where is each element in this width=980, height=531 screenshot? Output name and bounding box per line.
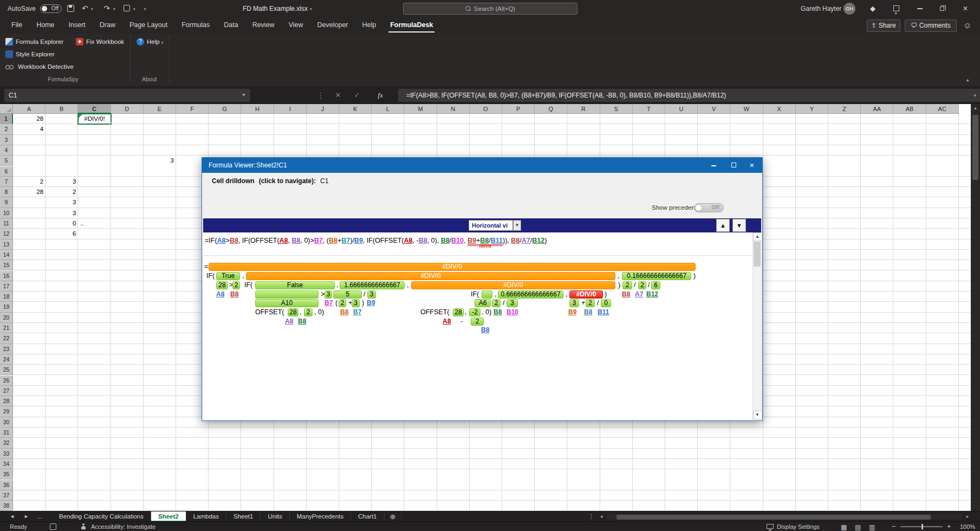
dialog-scroll-up-icon[interactable]: ▲ <box>753 232 761 241</box>
tree-value-box[interactable]: 3 <box>367 290 376 299</box>
grid-vscroll-thumb[interactable] <box>972 115 978 180</box>
tree-value-box[interactable]: 28 <box>288 308 298 316</box>
dialog-close-button[interactable]: × <box>744 158 760 173</box>
column-header-Z[interactable]: Z <box>828 104 861 114</box>
touch-mode-caret-icon[interactable]: ▾ <box>133 7 135 11</box>
show-precedents-toggle[interactable]: Off <box>694 203 724 212</box>
ribbon-display-options-icon[interactable]: ▴ <box>887 0 906 17</box>
row-header-32[interactable]: 32 <box>0 438 13 448</box>
column-header-V[interactable]: V <box>698 104 730 114</box>
column-header-X[interactable]: X <box>763 104 796 114</box>
row-header-28[interactable]: 28 <box>0 396 13 406</box>
column-header-O[interactable]: O <box>470 104 502 114</box>
fill-handle[interactable] <box>109 122 112 125</box>
sheet-tab-manyprecedents[interactable]: ManyPrecedents <box>290 511 351 522</box>
new-sheet-button[interactable]: ⊕ <box>385 511 402 522</box>
dialog-scroll-thumb[interactable] <box>754 242 761 267</box>
tree-value-box[interactable]: 0 <box>601 299 611 307</box>
view-mode-select[interactable]: Horizontal vi <box>469 220 513 231</box>
save-icon[interactable] <box>67 5 74 12</box>
column-header-R[interactable]: R <box>567 104 600 114</box>
title-caret-icon[interactable]: ▾ <box>310 7 312 11</box>
tree-precedent-link-B8[interactable]: B8 <box>494 308 502 316</box>
row-header-16[interactable]: 16 <box>0 271 13 281</box>
ribbon-tab-data[interactable]: Data <box>217 17 245 34</box>
dialog-scrollbar[interactable]: ▲ ▼ <box>752 232 761 419</box>
tree-value-box[interactable]: 0.666666666666667 <box>498 290 563 299</box>
tree-value-box[interactable]: 28 <box>453 308 464 316</box>
row-header-15[interactable]: 15 <box>0 260 13 270</box>
tree-error-bar[interactable]: #DIV/0 <box>209 263 696 271</box>
row-header-2[interactable]: 2 <box>0 124 13 134</box>
tree-precedent-link-B9[interactable]: B9 <box>367 299 375 307</box>
touch-mode-icon[interactable] <box>124 5 130 11</box>
grid-cell-B10[interactable]: 3 <box>46 208 78 218</box>
workbook-detective-button[interactable]: Workbook Detective <box>5 61 74 72</box>
insert-function-icon[interactable]: fx <box>373 89 388 102</box>
column-header-A[interactable]: A <box>13 104 46 114</box>
restore-button[interactable] <box>933 0 951 17</box>
ribbon-tab-formuladesk[interactable]: FormulaDesk <box>383 17 440 34</box>
row-header-8[interactable]: 8 <box>0 187 13 197</box>
redo-caret-icon[interactable]: ▾ <box>113 7 115 11</box>
tree-value-box[interactable]: 2 <box>638 281 646 289</box>
row-header-9[interactable]: 9 <box>0 197 13 208</box>
tree-precedent-link-A7[interactable]: A7 <box>635 290 643 299</box>
qat-customize-icon[interactable]: ▾ <box>144 7 146 11</box>
tree-precedent-link-A8[interactable]: A8 <box>285 318 293 326</box>
tree-value-box[interactable]: 28 <box>216 281 228 289</box>
tree-value-box[interactable]: True <box>216 272 240 280</box>
tree-value-box[interactable]: 1.66666666666667 <box>340 281 405 289</box>
tree-value-box[interactable] <box>482 290 492 299</box>
grid-cell-B12[interactable]: 6 <box>46 229 78 239</box>
grid-cell-B9[interactable]: 3 <box>46 197 78 208</box>
row-header-23[interactable]: 23 <box>0 344 13 354</box>
autosave-toggle[interactable]: Off <box>40 4 62 13</box>
grid-cell-A2[interactable]: 4 <box>13 124 46 134</box>
normal-view-icon[interactable]: ▦ <box>841 522 847 531</box>
grid-cell-B11[interactable]: 0 <box>46 218 78 229</box>
column-header-AB[interactable]: AB <box>893 104 926 114</box>
row-header-38[interactable]: 38 <box>0 501 13 511</box>
formula-explorer-button[interactable]: Formula Explorer <box>5 36 63 47</box>
ribbon-tab-formulas[interactable]: Formulas <box>174 17 217 34</box>
tree-error-bar[interactable]: #DIV/0 <box>246 272 615 280</box>
column-header-T[interactable]: T <box>633 104 665 114</box>
grid-horizontal-scrollbar[interactable]: ◄ ► <box>599 513 970 520</box>
row-header-3[interactable]: 3 <box>0 135 13 145</box>
column-header-W[interactable]: W <box>730 104 763 114</box>
tree-precedent-link-A8[interactable]: A8 <box>443 318 451 326</box>
display-settings-label[interactable]: Display Settings <box>777 522 820 531</box>
sheet-tab-chart1[interactable]: Chart1 <box>351 511 385 522</box>
tree-value-box[interactable]: 3 <box>352 299 360 307</box>
column-header-S[interactable]: S <box>600 104 633 114</box>
row-header-26[interactable]: 26 <box>0 375 13 386</box>
search-input[interactable]: Search (Alt+Q) <box>403 3 577 15</box>
tree-error-box[interactable]: #DIV/0 <box>569 290 603 299</box>
tree-precedent-link-B8[interactable]: B8 <box>230 290 238 299</box>
column-header-Y[interactable]: Y <box>796 104 828 114</box>
row-header-37[interactable]: 37 <box>0 490 13 501</box>
macro-record-icon[interactable] <box>50 523 56 530</box>
row-header-29[interactable]: 29 <box>0 406 13 417</box>
enter-formula-icon[interactable]: ✓ <box>349 89 365 102</box>
column-header-M[interactable]: M <box>404 104 437 114</box>
tree-value-box[interactable]: 0.166666666666667 <box>622 272 691 280</box>
tabbar-kebab-icon[interactable]: ⋮ <box>588 511 594 522</box>
row-header-20[interactable]: 20 <box>0 313 13 323</box>
tree-precedent-link-B8[interactable]: B8 <box>481 326 489 334</box>
row-header-35[interactable]: 35 <box>0 469 13 480</box>
column-header-I[interactable]: I <box>274 104 307 114</box>
row-header-13[interactable]: 13 <box>0 239 13 250</box>
tree-precedent-link-B8[interactable]: B8 <box>584 308 592 316</box>
row-header-7[interactable]: 7 <box>0 177 13 187</box>
row-header-36[interactable]: 36 <box>0 480 13 490</box>
tree-value-box[interactable]: 2 <box>586 299 595 307</box>
column-header-N[interactable]: N <box>437 104 470 114</box>
page-layout-view-icon[interactable]: ▤ <box>855 522 861 531</box>
row-header-1[interactable]: 1 <box>0 114 13 124</box>
tree-value-box[interactable]: False <box>255 281 335 289</box>
grid-cell-E5[interactable]: 3 <box>144 156 176 166</box>
view-select-caret-icon[interactable]: ▼ <box>513 220 521 231</box>
grid-cell-A1[interactable]: 28 <box>13 114 46 124</box>
